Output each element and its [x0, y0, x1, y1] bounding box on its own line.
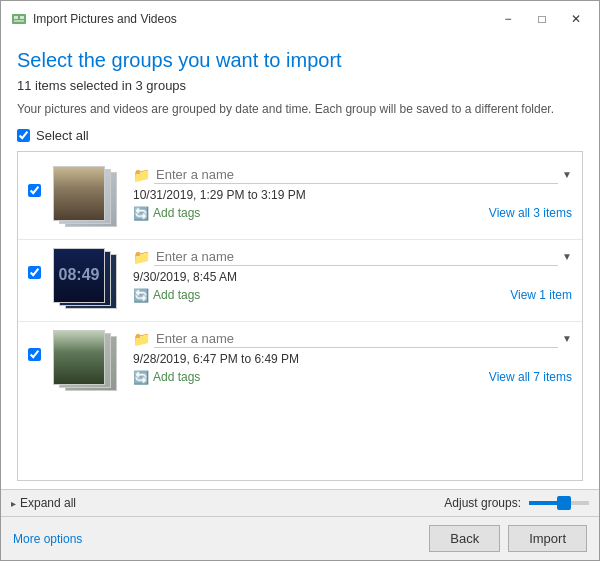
back-button[interactable]: Back: [429, 525, 500, 552]
bottom-bar: ▸ Expand all Adjust groups:: [1, 489, 599, 516]
groups-container: 📁 ▼ 10/31/2019, 1:29 PM to 3:19 PM 🔄 Add…: [17, 151, 583, 481]
group-checkbox-2[interactable]: [28, 266, 41, 279]
thumb-art-3: [54, 331, 104, 384]
folder-icon-2: 📁: [133, 249, 150, 265]
group-date-3: 9/28/2019, 6:47 PM to 6:49 PM: [133, 352, 572, 366]
thumb-front-2: 08:49: [53, 248, 105, 303]
group-name-row-1: 📁 ▼: [133, 166, 572, 184]
view-all-link-3[interactable]: View all 7 items: [489, 370, 572, 384]
expand-all-button[interactable]: ▸ Expand all: [11, 496, 76, 510]
footer-buttons: Back Import: [429, 525, 587, 552]
svg-rect-1: [14, 16, 18, 19]
dropdown-icon-3[interactable]: ▼: [562, 333, 572, 344]
add-tags-2[interactable]: 🔄 Add tags: [133, 288, 200, 303]
dropdown-icon-1[interactable]: ▼: [562, 169, 572, 180]
group-date-2: 9/30/2019, 8:45 AM: [133, 270, 572, 284]
group-name-input-1[interactable]: [154, 166, 558, 184]
import-button[interactable]: Import: [508, 525, 587, 552]
group-item-2: 08:49 📁 ▼ 9/30/2019, 8:45 AM 🔄 Add: [18, 240, 582, 322]
group-thumbnail-3: [51, 330, 121, 395]
group-checkbox-1[interactable]: [28, 184, 41, 197]
group-details-2: 📁 ▼ 9/30/2019, 8:45 AM 🔄 Add tags View 1…: [133, 248, 572, 303]
thumb-front-1: [53, 166, 105, 221]
tag-icon-3: 🔄: [133, 370, 149, 385]
group-date-1: 10/31/2019, 1:29 PM to 3:19 PM: [133, 188, 572, 202]
group-details-1: 📁 ▼ 10/31/2019, 1:29 PM to 3:19 PM 🔄 Add…: [133, 166, 572, 221]
more-options-link[interactable]: More options: [13, 532, 82, 546]
close-button[interactable]: ✕: [561, 9, 591, 29]
view-all-link-1[interactable]: View all 3 items: [489, 206, 572, 220]
select-all-row: Select all: [17, 128, 583, 143]
window-title: Import Pictures and Videos: [33, 12, 493, 26]
page-description: Your pictures and videos are grouped by …: [17, 101, 583, 118]
tag-icon-2: 🔄: [133, 288, 149, 303]
svg-rect-3: [14, 20, 24, 22]
adjust-groups: Adjust groups:: [444, 496, 589, 510]
add-tags-3[interactable]: 🔄 Add tags: [133, 370, 200, 385]
select-all-label: Select all: [36, 128, 89, 143]
minimize-button[interactable]: −: [493, 9, 523, 29]
svg-rect-2: [20, 16, 24, 19]
group-thumbnail-1: [51, 166, 121, 231]
folder-icon-3: 📁: [133, 331, 150, 347]
select-all-checkbox[interactable]: [17, 129, 30, 142]
view-all-link-2[interactable]: View 1 item: [510, 288, 572, 302]
group-name-row-3: 📁 ▼: [133, 330, 572, 348]
group-tags-row-1: 🔄 Add tags View all 3 items: [133, 206, 572, 221]
adjust-groups-label: Adjust groups:: [444, 496, 521, 510]
group-thumbnail-2: 08:49: [51, 248, 121, 313]
thumb-front-3: [53, 330, 105, 385]
items-summary: 11 items selected in 3 groups: [17, 78, 583, 93]
adjust-groups-slider[interactable]: [529, 501, 589, 505]
group-details-3: 📁 ▼ 9/28/2019, 6:47 PM to 6:49 PM 🔄 Add …: [133, 330, 572, 385]
main-content: Select the groups you want to import 11 …: [1, 33, 599, 489]
window-icon: [11, 11, 27, 27]
group-tags-row-2: 🔄 Add tags View 1 item: [133, 288, 572, 303]
page-title: Select the groups you want to import: [17, 49, 583, 72]
folder-icon-1: 📁: [133, 167, 150, 183]
thumb-art-2: 08:49: [54, 249, 104, 302]
main-window: Import Pictures and Videos − □ ✕ Select …: [0, 0, 600, 561]
group-item-3: 📁 ▼ 9/28/2019, 6:47 PM to 6:49 PM 🔄 Add …: [18, 322, 582, 403]
maximize-button[interactable]: □: [527, 9, 557, 29]
tag-icon-1: 🔄: [133, 206, 149, 221]
group-checkbox-3[interactable]: [28, 348, 41, 361]
window-controls: − □ ✕: [493, 9, 591, 29]
group-name-input-3[interactable]: [154, 330, 558, 348]
dropdown-icon-2[interactable]: ▼: [562, 251, 572, 262]
expand-icon: ▸: [11, 498, 16, 509]
group-name-input-2[interactable]: [154, 248, 558, 266]
add-tags-1[interactable]: 🔄 Add tags: [133, 206, 200, 221]
titlebar: Import Pictures and Videos − □ ✕: [1, 1, 599, 33]
add-tags-label-2: Add tags: [153, 288, 200, 302]
thumb-art-1: [54, 167, 104, 220]
add-tags-label-3: Add tags: [153, 370, 200, 384]
group-item: 📁 ▼ 10/31/2019, 1:29 PM to 3:19 PM 🔄 Add…: [18, 158, 582, 240]
add-tags-label-1: Add tags: [153, 206, 200, 220]
footer: More options Back Import: [1, 516, 599, 560]
group-tags-row-3: 🔄 Add tags View all 7 items: [133, 370, 572, 385]
expand-all-label: Expand all: [20, 496, 76, 510]
group-name-row-2: 📁 ▼: [133, 248, 572, 266]
